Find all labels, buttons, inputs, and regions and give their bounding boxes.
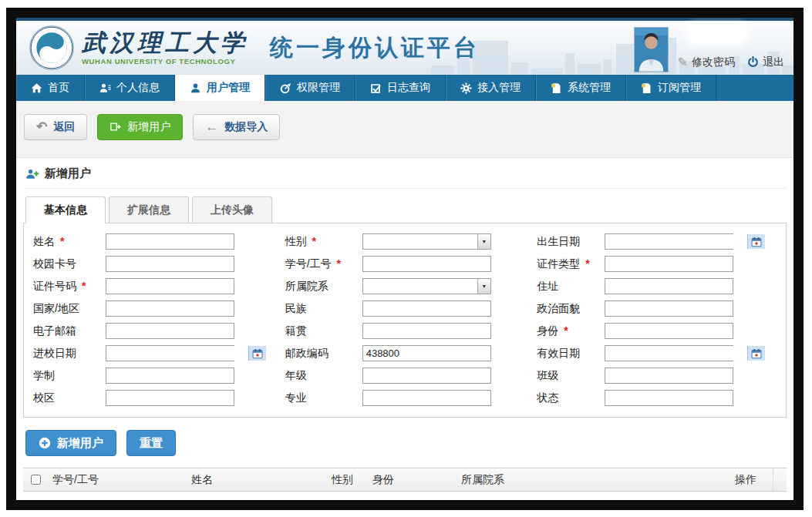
required-asterisk: *: [334, 257, 341, 270]
nav-item-subscription[interactable]: 订阅管理: [626, 75, 716, 101]
status-field-label: 状态: [537, 391, 605, 405]
required-asterisk: *: [57, 235, 64, 247]
platform-title: 统一身份认证平台: [270, 32, 480, 64]
native-place-field[interactable]: [362, 323, 491, 339]
page-background: 武汉理工大学 WUHAN UNIVERSITY OF TECHNOLOGY 统一…: [0, 0, 812, 517]
department-select[interactable]: ▼: [362, 278, 491, 294]
change-password-label: 修改密码: [692, 55, 735, 69]
nav-item-access[interactable]: 接入管理: [446, 75, 536, 101]
add-user-toolbar-label: 新增用户: [127, 120, 170, 134]
class-field-label: 班级: [537, 369, 605, 383]
table-header-1: 姓名: [185, 473, 325, 487]
valid-date-field-row: 有效日期: [537, 342, 777, 364]
calendar-icon[interactable]: [248, 346, 266, 361]
address-field[interactable]: [605, 278, 733, 294]
change-password-link[interactable]: ✎ 修改密码: [678, 55, 735, 69]
calendar-icon[interactable]: [747, 234, 765, 249]
redacted-username: [689, 27, 746, 42]
select-all-checkbox[interactable]: [31, 475, 41, 485]
postal-code-field[interactable]: [362, 345, 491, 361]
university-name-en: WUHAN UNIVERSITY OF TECHNOLOGY: [82, 57, 248, 65]
nav-item-user-management[interactable]: 用户管理: [175, 75, 265, 101]
back-button[interactable]: ↶ 返回: [24, 114, 87, 140]
profile-icon: [99, 82, 111, 94]
header: 武汉理工大学 WUHAN UNIVERSITY OF TECHNOLOGY 统一…: [16, 18, 793, 75]
calendar-icon[interactable]: [747, 346, 765, 361]
study-length-field[interactable]: [106, 368, 234, 384]
tab-strip: 基本信息扩展信息上传头像: [25, 196, 787, 223]
university-name-block: 武汉理工大学 WUHAN UNIVERSITY OF TECHNOLOGY: [82, 30, 248, 65]
table-header-2: 性别: [325, 473, 366, 487]
dropdown-arrow-icon[interactable]: ▼: [477, 234, 490, 249]
dropdown-arrow-icon[interactable]: ▼: [477, 279, 490, 294]
identity-field[interactable]: [605, 323, 733, 339]
political-status-field-label: 政治面貌: [537, 302, 605, 316]
enroll-date-field[interactable]: [106, 346, 248, 361]
major-field[interactable]: [362, 390, 491, 406]
add-user-panel: 基本信息扩展信息上传头像 姓名 *校园卡号证件号码 *国家/地区电子邮箱进校日期…: [23, 196, 787, 418]
postal-code-field-row: 邮政编码: [285, 342, 525, 364]
study-length-field-label: 学制: [33, 369, 106, 383]
enroll-date-field-group: [106, 345, 234, 361]
pencil-icon: ✎: [678, 55, 688, 69]
id-number-field[interactable]: [106, 278, 234, 294]
gender-select[interactable]: ▼: [362, 233, 491, 250]
header-links: ✎ 修改密码 退出: [678, 55, 784, 69]
logout-link[interactable]: 退出: [747, 55, 784, 69]
grade-field[interactable]: [362, 368, 491, 384]
log-query-icon: [370, 82, 382, 94]
nav-item-permission[interactable]: 权限管理: [265, 75, 355, 101]
ethnicity-field[interactable]: [362, 300, 491, 317]
tab-2[interactable]: 上传头像: [192, 196, 272, 223]
access-icon: [460, 82, 472, 94]
valid-date-field-label: 有效日期: [537, 347, 605, 361]
campus-field-label: 校区: [33, 391, 106, 405]
student-id-field-row: 学号/工号 *: [285, 253, 525, 275]
nav-item-label: 日志查询: [387, 81, 430, 95]
campus-field[interactable]: [106, 390, 234, 406]
user-avatar: [634, 27, 669, 72]
status-field[interactable]: [605, 390, 733, 406]
postal-code-field-label: 邮政编码: [285, 347, 362, 361]
section-title: 新增用户: [45, 166, 91, 181]
id-type-field[interactable]: [605, 256, 733, 272]
student-id-field[interactable]: [362, 256, 491, 272]
country-region-field-label: 国家/地区: [33, 302, 106, 316]
class-field-row: 班级: [537, 364, 777, 387]
major-field-label: 专业: [285, 391, 362, 405]
tab-0[interactable]: 基本信息: [25, 196, 106, 223]
nav-item-label: 订阅管理: [658, 81, 701, 95]
ethnicity-field-label: 民族: [285, 302, 362, 316]
table-header-4: 所属院系: [455, 473, 729, 487]
data-import-button[interactable]: ← 数据导入: [193, 114, 280, 140]
nav-item-system[interactable]: 系统管理: [536, 75, 626, 101]
address-field-label: 住址: [537, 280, 605, 294]
add-user-submit-button[interactable]: 新增用户: [25, 430, 116, 456]
class-field[interactable]: [605, 368, 733, 384]
valid-date-field[interactable]: [605, 346, 747, 361]
enroll-date-field-row: 进校日期: [33, 342, 273, 364]
nav-item-label: 首页: [48, 81, 69, 95]
student-id-field-label: 学号/工号 *: [285, 257, 362, 271]
country-region-field-row: 国家/地区: [33, 297, 273, 320]
nav-item-home[interactable]: 首页: [16, 75, 85, 101]
reset-button[interactable]: 重置: [126, 430, 176, 456]
nav-item-log-query[interactable]: 日志查询: [355, 75, 446, 101]
tab-1[interactable]: 扩展信息: [109, 196, 189, 223]
name-field[interactable]: [106, 233, 234, 250]
political-status-field[interactable]: [605, 300, 733, 317]
country-region-field[interactable]: [106, 300, 234, 317]
birth-date-field[interactable]: [605, 234, 747, 249]
campus-card-field-row: 校园卡号: [33, 253, 273, 275]
email-field[interactable]: [106, 323, 234, 339]
add-user-toolbar-button[interactable]: 新增用户: [97, 114, 183, 140]
home-icon: [31, 82, 42, 94]
university-logo-icon: [29, 25, 75, 71]
form-column-1: 姓名 *校园卡号证件号码 *国家/地区电子邮箱进校日期学制校区: [27, 230, 279, 409]
valid-date-field-group: [605, 345, 733, 361]
power-icon: [747, 56, 759, 68]
toolbar: ↶ 返回 新增用户 ← 数据导入: [16, 101, 793, 158]
campus-card-field[interactable]: [106, 256, 234, 272]
nav-item-profile[interactable]: 个人信息: [85, 75, 175, 101]
back-button-label: 返回: [53, 120, 75, 134]
